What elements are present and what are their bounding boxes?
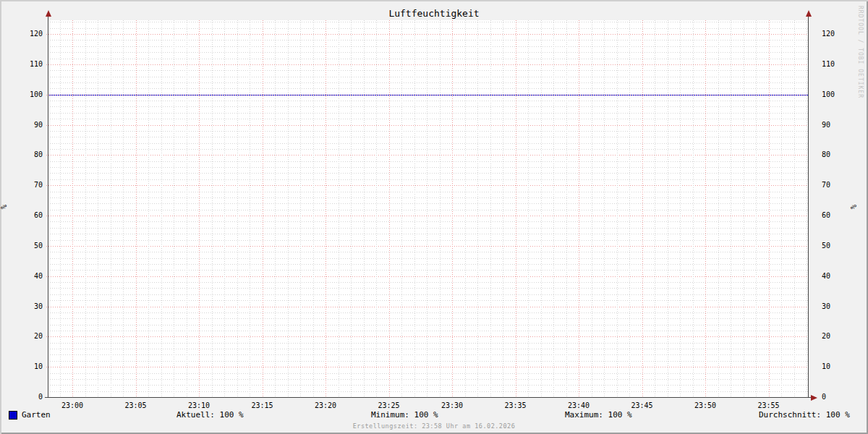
creation-time-note: Erstellungszeit: 23:58 Uhr am 16.02.2026 [0,422,868,430]
legend-color-swatch-garten [9,411,17,420]
stat-aktuell: Aktuell: 100 % [176,411,244,420]
stat-durchschnitt: Durchschnitt: 100 % [759,411,850,420]
legend-row: Garten Aktuell: 100 % Minimum: 100 % Max… [0,0,868,434]
stat-maximum: Maximum: 100 % [565,411,632,420]
rrdtool-graph: Luftfeuchtigkeit RRDTOOL / TOBI OETIKER … [0,0,868,434]
stat-minimum: Minimum: 100 % [371,411,438,420]
legend-label-garten: Garten [22,411,51,420]
